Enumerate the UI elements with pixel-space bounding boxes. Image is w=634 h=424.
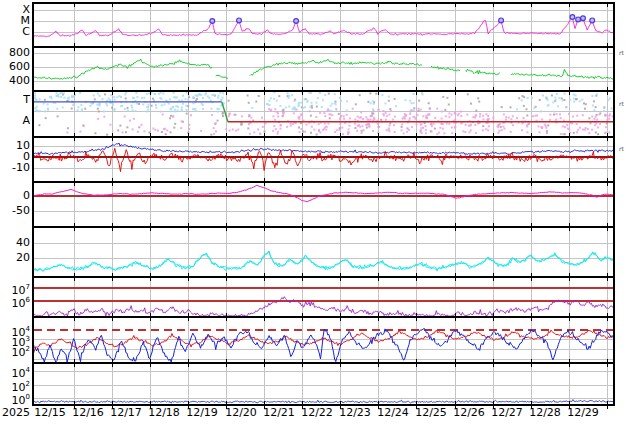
- y-tick-temperature: T: [0, 94, 30, 106]
- right-edge-note: rt: [619, 101, 624, 107]
- y-tick-imf-m10: -10: [0, 162, 30, 174]
- x-tick-date: 12/17: [106, 406, 146, 419]
- y-tick-electrons-1e2: 102: [0, 343, 30, 359]
- x-tick-date: 12/25: [411, 406, 451, 419]
- x-tick-date: 12/20: [221, 406, 261, 419]
- x-tick-date: 12/26: [449, 406, 489, 419]
- y-tick-density-20: 20: [0, 252, 30, 264]
- y-tick-density-40: 40: [0, 237, 30, 249]
- x-tick-date: 12/27: [487, 406, 527, 419]
- right-edge-note: rt: [619, 146, 624, 152]
- x-tick-date: 12/21: [259, 406, 299, 419]
- x-tick-date: 12/16: [68, 406, 108, 419]
- y-tick-speed-400: 400: [0, 75, 30, 87]
- y-tick-dst-0: 0: [0, 190, 30, 202]
- y-tick-dst-m50: -50: [0, 205, 30, 217]
- chart-canvas: [0, 0, 634, 424]
- y-tick-xray-c: C: [0, 26, 30, 38]
- y-tick-protons-1e6: 106: [0, 294, 30, 310]
- y-tick-cosmic-1e0: 100: [0, 391, 30, 407]
- x-tick-date: 12/18: [144, 406, 184, 419]
- x-tick-date: 12/28: [525, 406, 565, 419]
- x-tick-date: 12/29: [563, 406, 603, 419]
- solar-terrestrial-activity-chart: X M C 800 600 400 T A 10 0 -10 0 -50 40 …: [0, 0, 634, 424]
- x-tick-date: 12/23: [335, 406, 375, 419]
- right-edge-note: rt: [619, 50, 624, 56]
- x-tick-date: 12/24: [373, 406, 413, 419]
- y-tick-anisotropy: A: [0, 115, 30, 127]
- y-tick-speed-800: 800: [0, 47, 30, 59]
- y-tick-speed-600: 600: [0, 61, 30, 73]
- x-tick-date: 12/19: [182, 406, 222, 419]
- x-tick-date: 12/15: [30, 406, 70, 419]
- x-tick-date: 12/22: [297, 406, 337, 419]
